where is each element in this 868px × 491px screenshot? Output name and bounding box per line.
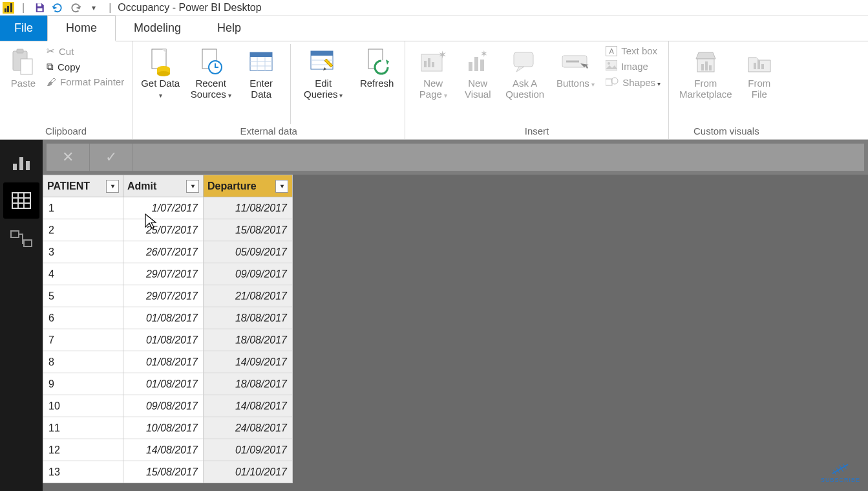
column-header-admit[interactable]: Admit▾ (123, 175, 204, 197)
table-row[interactable]: 1009/08/201714/08/2017 (43, 395, 293, 417)
table-row[interactable]: 801/08/201714/09/2017 (43, 351, 293, 373)
table-row[interactable]: 1110/08/201724/08/2017 (43, 417, 293, 439)
cell-patient[interactable]: 10 (43, 395, 123, 417)
column-header-departure[interactable]: Departure▾ (204, 175, 293, 197)
from-marketplace-button[interactable]: From Marketplace (674, 44, 737, 103)
table-row[interactable]: 1315/08/201701/10/2017 (43, 461, 293, 483)
cell-admit[interactable]: 26/07/2017 (123, 241, 204, 263)
svg-rect-30 (480, 60, 484, 71)
model-view-button[interactable] (3, 221, 39, 257)
table-row[interactable]: 225/07/201715/08/2017 (43, 219, 293, 241)
cell-patient[interactable]: 4 (43, 263, 123, 285)
cell-admit[interactable]: 10/08/2017 (123, 417, 204, 439)
refresh-button[interactable]: Refresh (354, 44, 399, 91)
image-button[interactable]: Image (603, 59, 663, 74)
edit-queries-button[interactable]: Edit Queries (297, 44, 349, 103)
cell-departure[interactable]: 01/10/2017 (204, 461, 293, 483)
cell-admit[interactable]: 01/08/2017 (123, 373, 204, 395)
table-row[interactable]: 11/07/201711/08/2017 (43, 197, 293, 219)
view-switcher (0, 140, 43, 491)
table-row[interactable]: 529/07/201721/08/2017 (43, 285, 293, 307)
cell-admit[interactable]: 1/07/2017 (123, 197, 204, 219)
formula-input[interactable] (132, 144, 864, 171)
cell-departure[interactable]: 18/08/2017 (204, 373, 293, 395)
cell-admit[interactable]: 29/07/2017 (123, 285, 204, 307)
cell-patient[interactable]: 9 (43, 373, 123, 395)
ask-question-button[interactable]: Ask A Question (500, 44, 550, 103)
ribbon-group-clipboard: Paste ✂ Cut ⧉ Copy 🖌 Format Painter Clip… (0, 41, 132, 139)
recent-sources-button[interactable]: Recent Sources (188, 44, 233, 103)
cell-departure[interactable]: 21/08/2017 (204, 285, 293, 307)
enter-data-button[interactable]: Enter Data (238, 44, 284, 103)
buttons-button[interactable]: Buttons (553, 44, 598, 91)
table-row[interactable]: 326/07/201705/09/2017 (43, 241, 293, 263)
cell-patient[interactable]: 8 (43, 351, 123, 373)
column-header-patient[interactable]: PATIENT▾ (43, 175, 123, 197)
cell-patient[interactable]: 11 (43, 417, 123, 439)
filter-button-departure[interactable]: ▾ (275, 180, 288, 193)
cell-departure[interactable]: 11/08/2017 (204, 197, 293, 219)
table-row[interactable]: 601/08/201718/08/2017 (43, 307, 293, 329)
table-row[interactable]: 901/08/201718/08/2017 (43, 373, 293, 395)
cell-admit[interactable]: 25/07/2017 (123, 219, 204, 241)
tab-modeling[interactable]: Modeling (116, 16, 199, 41)
table-row[interactable]: 429/07/201709/09/2017 (43, 263, 293, 285)
cut-button[interactable]: ✂ Cut (44, 44, 127, 58)
get-data-button[interactable]: Get Data (138, 44, 183, 103)
paste-button[interactable]: Paste (5, 44, 41, 91)
tab-file[interactable]: File (0, 16, 47, 41)
cell-admit[interactable]: 14/08/2017 (123, 439, 204, 461)
cell-patient[interactable]: 5 (43, 285, 123, 307)
redo-button[interactable] (69, 1, 83, 14)
svg-rect-42 (709, 65, 712, 71)
cell-departure[interactable]: 09/09/2017 (204, 263, 293, 285)
format-painter-button[interactable]: 🖌 Format Painter (44, 75, 127, 89)
data-table[interactable]: PATIENT▾ Admit▾ Departure▾ 11/07/201711/… (43, 175, 293, 483)
shapes-button[interactable]: Shapes (603, 75, 663, 90)
cell-patient[interactable]: 3 (43, 241, 123, 263)
cell-departure[interactable]: 14/09/2017 (204, 351, 293, 373)
formula-bar: ✕ ✓ (43, 140, 868, 175)
filter-button-patient[interactable]: ▾ (106, 180, 119, 193)
report-view-button[interactable] (3, 144, 39, 180)
cell-admit[interactable]: 29/07/2017 (123, 263, 204, 285)
svg-rect-45 (761, 64, 764, 69)
cell-departure[interactable]: 18/08/2017 (204, 307, 293, 329)
cell-patient[interactable]: 2 (43, 219, 123, 241)
cell-admit[interactable]: 01/08/2017 (123, 351, 204, 373)
cell-departure[interactable]: 14/08/2017 (204, 395, 293, 417)
formula-commit-button[interactable]: ✓ (89, 144, 132, 171)
cell-patient[interactable]: 1 (43, 197, 123, 219)
new-visual-button[interactable]: ✶ New Visual (458, 44, 497, 103)
tab-home[interactable]: Home (47, 16, 116, 41)
cell-departure[interactable]: 18/08/2017 (204, 329, 293, 351)
copy-button[interactable]: ⧉ Copy (44, 60, 127, 74)
new-page-button[interactable]: ✶ New Page (410, 44, 456, 103)
cell-admit[interactable]: 01/08/2017 (123, 329, 204, 351)
ribbon-tabs: File Home Modeling Help (0, 16, 868, 41)
cell-admit[interactable]: 01/08/2017 (123, 307, 204, 329)
cell-patient[interactable]: 13 (43, 461, 123, 483)
cell-admit[interactable]: 15/08/2017 (123, 461, 204, 483)
qat-customize[interactable]: ▾ (87, 1, 101, 14)
data-view-button[interactable] (3, 182, 39, 219)
cell-patient[interactable]: 12 (43, 439, 123, 461)
save-button[interactable] (32, 1, 47, 14)
cell-departure[interactable]: 05/09/2017 (204, 241, 293, 263)
tab-help[interactable]: Help (199, 16, 259, 41)
cell-departure[interactable]: 24/08/2017 (204, 417, 293, 439)
filter-button-admit[interactable]: ▾ (186, 180, 199, 193)
cell-patient[interactable]: 7 (43, 329, 123, 351)
table-row[interactable]: 701/08/201718/08/2017 (43, 329, 293, 351)
data-grid-area: PATIENT▾ Admit▾ Departure▾ 11/07/201711/… (43, 175, 868, 491)
from-file-button[interactable]: From File (740, 44, 779, 103)
undo-button[interactable] (50, 1, 65, 14)
text-box-button[interactable]: A Text box (603, 44, 663, 58)
cell-patient[interactable]: 6 (43, 307, 123, 329)
cell-admit[interactable]: 09/08/2017 (123, 395, 204, 417)
cell-departure[interactable]: 01/09/2017 (204, 439, 293, 461)
formula-cancel-button[interactable]: ✕ (47, 144, 89, 171)
edit-queries-icon (310, 47, 337, 78)
table-row[interactable]: 1214/08/201701/09/2017 (43, 439, 293, 461)
cell-departure[interactable]: 15/08/2017 (204, 219, 293, 241)
